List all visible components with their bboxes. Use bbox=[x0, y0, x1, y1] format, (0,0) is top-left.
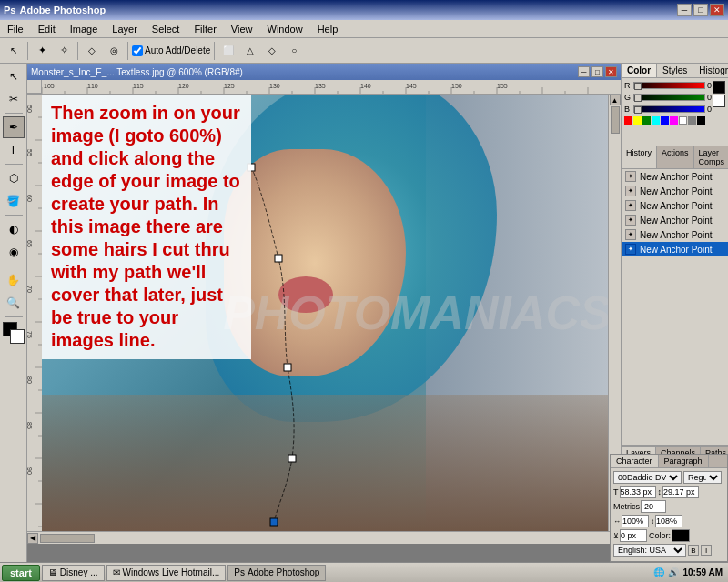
history-item-4[interactable]: ✦ New Anchor Point bbox=[622, 227, 728, 242]
menu-image[interactable]: Image bbox=[66, 23, 102, 35]
history-icon-0: ✦ bbox=[625, 171, 636, 182]
green-slider-thumb[interactable] bbox=[634, 95, 642, 102]
italic-button[interactable]: I bbox=[701, 545, 712, 556]
swatch-cyan[interactable] bbox=[652, 116, 660, 125]
scroll-up-button[interactable]: ▲ bbox=[610, 95, 621, 105]
history-item-1[interactable]: ✦ New Anchor Point bbox=[622, 184, 728, 198]
image-canvas[interactable]: PHOTOMANIACS.ORG Then zoom in on your im… bbox=[42, 95, 608, 531]
tool-selection[interactable]: ↖ bbox=[3, 65, 25, 87]
close-button[interactable]: ✕ bbox=[710, 4, 724, 16]
tab-color[interactable]: Color bbox=[622, 64, 657, 77]
taskbar-item-disney[interactable]: 🖥 Disney ... bbox=[42, 565, 105, 581]
menu-select[interactable]: Select bbox=[148, 23, 184, 35]
tool-triangle[interactable]: △ bbox=[240, 41, 260, 61]
history-item-2[interactable]: ✦ New Anchor Point bbox=[622, 198, 728, 213]
tool-add[interactable]: ✦ bbox=[32, 41, 52, 61]
tool-delete[interactable]: ✧ bbox=[54, 41, 74, 61]
taskbar-item-photoshop[interactable]: Ps Adobe Photoshop bbox=[228, 565, 326, 581]
scale-h-input[interactable] bbox=[622, 515, 649, 527]
horizontal-scrollbar[interactable]: ◀ ▶ bbox=[27, 531, 621, 544]
baseline-input[interactable] bbox=[620, 529, 647, 542]
menu-filter[interactable]: Filter bbox=[190, 23, 219, 35]
swatch-magenta[interactable] bbox=[670, 116, 678, 125]
font-style-select[interactable]: Regular bbox=[683, 471, 722, 484]
tab-actions[interactable]: Actions bbox=[657, 146, 694, 168]
scroll-thumb[interactable] bbox=[611, 106, 620, 134]
maximize-button[interactable]: □ bbox=[693, 4, 708, 16]
tool-dodge[interactable]: ◐ bbox=[3, 218, 25, 240]
tool-separator-3 bbox=[5, 215, 23, 216]
swatch-white[interactable] bbox=[679, 116, 687, 125]
red-slider-thumb[interactable] bbox=[634, 83, 642, 90]
tool-fill[interactable]: 🪣 bbox=[3, 190, 25, 212]
text-color-swatch[interactable] bbox=[672, 529, 690, 542]
language-select[interactable]: English: USA bbox=[613, 544, 686, 557]
tab-layer-comps[interactable]: Layer Comps bbox=[694, 146, 728, 168]
fg-bg-swatch[interactable] bbox=[713, 81, 725, 107]
taskbar-item-hotmail[interactable]: ✉ Windows Live Hotmail... bbox=[106, 565, 227, 581]
history-item-3[interactable]: ✦ New Anchor Point bbox=[622, 213, 728, 227]
green-slider-track[interactable] bbox=[633, 94, 705, 101]
font-size-group: T bbox=[613, 486, 656, 498]
scroll-h-thumb[interactable] bbox=[40, 534, 95, 543]
doc-minimize[interactable]: ─ bbox=[578, 66, 590, 77]
fg-swatch[interactable] bbox=[713, 81, 725, 94]
scale-row: ↔ ↕ bbox=[613, 515, 724, 527]
menu-edit[interactable]: Edit bbox=[35, 23, 59, 35]
doc-close[interactable]: ✕ bbox=[605, 66, 617, 77]
tool-shape[interactable]: ⬡ bbox=[3, 167, 25, 189]
color-slider-r: R 0 bbox=[624, 81, 725, 90]
swatch-yellow[interactable] bbox=[633, 116, 642, 125]
background-color[interactable] bbox=[10, 329, 25, 344]
tool-hand[interactable]: ✋ bbox=[3, 269, 25, 291]
tab-paragraph[interactable]: Paragraph bbox=[659, 455, 709, 467]
tool-zoom[interactable]: 🔍 bbox=[3, 292, 25, 314]
swatch-red[interactable] bbox=[624, 116, 632, 125]
tracking-input[interactable] bbox=[641, 500, 666, 513]
menu-layer[interactable]: Layer bbox=[108, 23, 141, 35]
tool-burn[interactable]: ◉ bbox=[3, 241, 25, 263]
swatch-blue[interactable] bbox=[661, 116, 669, 125]
tool-rubber[interactable]: ⬜ bbox=[218, 41, 238, 61]
tool-text[interactable]: T bbox=[3, 139, 25, 161]
document-title-bar: Monster_s_Inc_E_... Textless.jpg @ 600% … bbox=[27, 64, 621, 80]
scroll-left-button[interactable]: ◀ bbox=[27, 533, 38, 544]
blue-slider-thumb[interactable] bbox=[634, 106, 642, 114]
doc-maximize[interactable]: □ bbox=[592, 66, 603, 77]
document-title: Monster_s_Inc_E_... Textless.jpg @ 600% … bbox=[31, 67, 243, 77]
tool-crop[interactable]: ✂ bbox=[3, 88, 25, 110]
minimize-button[interactable]: ─ bbox=[677, 4, 692, 16]
swatch-black[interactable] bbox=[697, 116, 705, 125]
menu-file[interactable]: File bbox=[4, 23, 27, 35]
fg-bg-colors[interactable] bbox=[3, 322, 25, 347]
tool-arrow[interactable]: ↖ bbox=[4, 41, 24, 61]
tab-history[interactable]: History bbox=[622, 146, 657, 168]
auto-add-checkbox[interactable] bbox=[132, 45, 143, 56]
tab-character[interactable]: Character bbox=[611, 455, 659, 467]
leading-input[interactable] bbox=[662, 486, 699, 498]
history-item-0[interactable]: ✦ New Anchor Point bbox=[622, 169, 728, 184]
color-slider-g: G 0 bbox=[624, 93, 725, 102]
tool-smooth[interactable]: ◎ bbox=[104, 41, 124, 61]
swatch-gray[interactable] bbox=[688, 116, 696, 125]
red-slider-track[interactable] bbox=[633, 82, 705, 89]
start-button[interactable]: start bbox=[2, 565, 40, 581]
tab-styles[interactable]: Styles bbox=[657, 64, 693, 77]
menu-window[interactable]: Window bbox=[264, 23, 307, 35]
tool-circle[interactable]: ○ bbox=[284, 41, 304, 61]
bg-swatch[interactable] bbox=[713, 95, 725, 107]
font-size-input[interactable] bbox=[620, 486, 656, 498]
font-family-select[interactable]: 00Daddio DVD bbox=[613, 471, 682, 484]
tab-histogram[interactable]: Histogram bbox=[693, 64, 728, 77]
tool-corner[interactable]: ◇ bbox=[82, 41, 102, 61]
menu-view[interactable]: View bbox=[228, 23, 257, 35]
blue-slider-track[interactable] bbox=[633, 105, 705, 113]
swatch-green[interactable] bbox=[642, 116, 651, 125]
tool-pen[interactable]: ✒ bbox=[3, 116, 25, 138]
bold-button[interactable]: B bbox=[688, 545, 699, 556]
svg-text:75: 75 bbox=[27, 331, 33, 338]
history-item-5[interactable]: ✦ New Anchor Point bbox=[622, 242, 728, 256]
scale-v-input[interactable] bbox=[655, 515, 682, 527]
menu-help[interactable]: Help bbox=[314, 23, 342, 35]
tool-diamond[interactable]: ◇ bbox=[262, 41, 282, 61]
